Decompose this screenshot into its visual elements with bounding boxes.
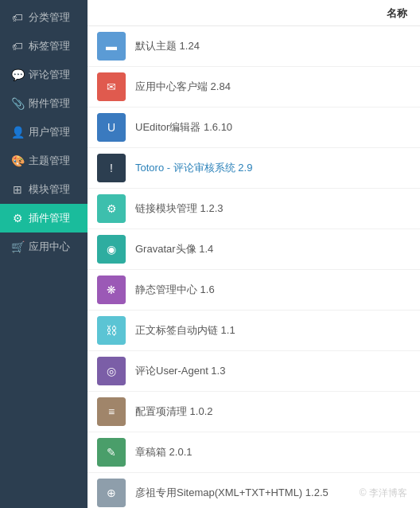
plugin-icon-img-6: ❋ [97,275,126,304]
watermark: © 李洋博客 [360,487,407,500]
plugin-icon-img-11: ⊕ [97,479,126,507]
plugin-icon-img-3: ! [97,154,126,182]
sidebar-item-0[interactable]: 🏷分类管理 [0,3,88,32]
sidebar-icon-5: 🎨 [11,154,24,167]
plugin-item-10: ✎ 章稿箱 2.0.1 [88,432,420,473]
plugin-item-9: ≡ 配置项清理 1.0.2 [88,392,420,432]
plugin-name-10: 章稿箱 2.0.1 [135,445,192,459]
plugin-icon-4: ⚙ [97,194,126,223]
sidebar-icon-8: 🛒 [11,240,24,253]
plugin-icon-img-2: U [97,113,126,142]
sidebar-label-5: 主题管理 [29,154,70,168]
sidebar-item-6[interactable]: ⊞模块管理 [0,175,88,204]
sidebar-item-3[interactable]: 📎附件管理 [0,89,88,118]
plugin-icon-img-0: ▬ [97,32,126,61]
main-content: 名称 ▬ 默认主题 1.24 ✉ 应用中心客户端 2.84 U UEditor编… [88,0,420,508]
plugin-name-9: 配置项清理 1.0.2 [135,404,213,419]
sidebar-item-7[interactable]: ⚙插件管理 [0,204,88,233]
plugin-item-6: ❋ 静态管理中心 1.6 [88,270,420,311]
sidebar-label-3: 附件管理 [29,96,70,111]
plugin-icon-0: ▬ [97,32,126,61]
plugin-name-8: 评论User-Agent 1.3 [135,364,225,378]
plugin-name-7: 正文标签自动内链 1.1 [135,323,235,338]
plugin-item-3: ! Totoro - 评论审核系统 2.9 [88,148,420,189]
plugin-icon-5: ◉ [97,235,126,264]
sidebar: 🏷分类管理🏷标签管理💬评论管理📎附件管理👤用户管理🎨主题管理⊞模块管理⚙插件管理… [0,0,88,508]
plugin-icon-img-7: ⛓ [97,316,126,345]
sidebar-icon-1: 🏷 [11,40,24,53]
plugin-icon-11: ⊕ [97,479,126,507]
plugin-icon-img-1: ✉ [97,72,126,101]
plugin-icon-img-9: ≡ [97,397,126,426]
sidebar-label-0: 分类管理 [29,10,70,25]
plugin-name-4: 链接模块管理 1.2.3 [135,201,224,216]
plugin-name-2: UEditor编辑器 1.6.10 [135,120,232,135]
plugin-item-7: ⛓ 正文标签自动内链 1.1 [88,311,420,351]
sidebar-item-8[interactable]: 🛒应用中心 [0,233,88,261]
sidebar-item-1[interactable]: 🏷标签管理 [0,32,88,61]
column-name: 名称 [387,6,407,21]
plugin-name-0: 默认主题 1.24 [135,39,200,53]
plugin-icon-img-10: ✎ [97,438,126,467]
plugin-icon-7: ⛓ [97,316,126,345]
sidebar-item-4[interactable]: 👤用户管理 [0,118,88,147]
plugin-icon-6: ❋ [97,275,126,304]
plugin-name-11: 彦祖专用Sitemap(XML+TXT+HTML) 1.2.5 [135,486,329,500]
table-header: 名称 [88,0,420,26]
plugin-item-1: ✉ 应用中心客户端 2.84 [88,67,420,107]
plugin-item-5: ◉ Gravatar头像 1.4 [88,229,420,270]
plugin-item-0: ▬ 默认主题 1.24 [88,26,420,67]
plugin-name-1: 应用中心客户端 2.84 [135,80,231,94]
sidebar-item-2[interactable]: 💬评论管理 [0,61,88,89]
sidebar-label-8: 应用中心 [29,240,70,254]
plugin-item-4: ⚙ 链接模块管理 1.2.3 [88,189,420,229]
sidebar-icon-4: 👤 [11,126,24,139]
plugin-name-3[interactable]: Totoro - 评论审核系统 2.9 [135,161,252,175]
plugin-icon-10: ✎ [97,438,126,467]
sidebar-icon-2: 💬 [11,68,24,81]
plugin-item-2: U UEditor编辑器 1.6.10 [88,107,420,148]
plugin-name-6: 静态管理中心 1.6 [135,283,215,297]
plugin-icon-1: ✉ [97,72,126,101]
sidebar-icon-0: 🏷 [11,11,24,24]
plugin-item-8: ◎ 评论User-Agent 1.3 [88,351,420,392]
plugin-icon-2: U [97,113,126,142]
sidebar-icon-7: ⚙ [11,212,24,225]
sidebar-label-6: 模块管理 [29,182,70,197]
plugin-icon-9: ≡ [97,397,126,426]
plugin-name-5: Gravatar头像 1.4 [135,242,213,256]
sidebar-label-7: 插件管理 [29,211,70,225]
plugin-icon-3: ! [97,154,126,182]
sidebar-icon-3: 📎 [11,97,24,110]
sidebar-label-1: 标签管理 [29,39,70,53]
sidebar-icon-6: ⊞ [11,183,24,196]
sidebar-label-4: 用户管理 [29,125,70,139]
sidebar-label-2: 评论管理 [29,68,70,82]
plugin-icon-8: ◎ [97,357,126,385]
plugin-icon-img-4: ⚙ [97,194,126,223]
plugin-icon-img-5: ◉ [97,235,126,264]
plugin-list: ▬ 默认主题 1.24 ✉ 应用中心客户端 2.84 U UEditor编辑器 … [88,26,420,508]
plugin-icon-img-8: ◎ [97,357,126,385]
sidebar-item-5[interactable]: 🎨主题管理 [0,147,88,175]
